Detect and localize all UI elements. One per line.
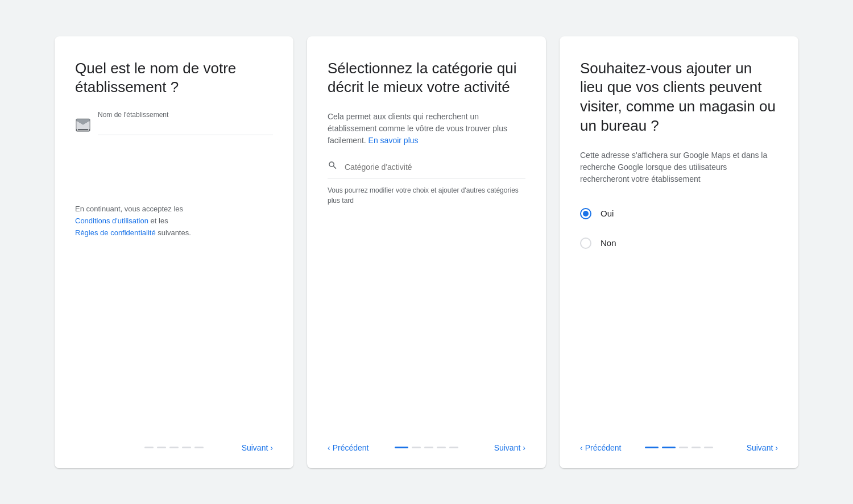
card3-next-button[interactable]: Suivant › — [747, 443, 778, 452]
card-category: Sélectionnez la catégorie qui décrit le … — [307, 36, 546, 468]
card-business-name: Quel est le nom de votre établissement ?… — [55, 36, 293, 468]
dot-3 — [169, 447, 179, 448]
dot-active-1 — [395, 447, 408, 448]
business-name-input[interactable] — [98, 121, 273, 135]
card2-next-button[interactable]: Suivant › — [494, 443, 525, 452]
radio-no-label: Non — [601, 238, 616, 248]
dot-inactive-2 — [424, 447, 433, 448]
card2-learn-more[interactable]: En savoir plus — [368, 136, 419, 145]
card1-dots — [144, 447, 204, 448]
card1-title: Quel est le nom de votre établissement ? — [75, 59, 273, 98]
dot-4 — [182, 447, 191, 448]
dot-1 — [144, 447, 154, 448]
dot-inactive-1 — [412, 447, 421, 448]
privacy-link[interactable]: Règles de confidentialité — [75, 228, 156, 237]
terms-link[interactable]: Conditions d'utilisation — [75, 216, 148, 225]
business-name-label: Nom de l'établissement — [98, 111, 273, 119]
card3-description: Cette adresse s'affichera sur Google Map… — [580, 149, 778, 185]
dot-i1 — [679, 447, 688, 448]
dot-2 — [157, 447, 166, 448]
location-radio-group: Oui Non — [580, 199, 778, 258]
card3-dots — [645, 447, 713, 448]
dot-i3 — [704, 447, 713, 448]
card3-title: Souhaitez-vous ajouter un lieu que vos c… — [580, 59, 778, 136]
radio-option-yes[interactable]: Oui — [580, 199, 778, 228]
dot-a1 — [645, 447, 659, 448]
radio-no-circle — [580, 238, 591, 249]
card3-prev-button[interactable]: ‹ Précédent — [580, 443, 622, 452]
dot-a2 — [662, 447, 676, 448]
terms-text: En continuant, vous acceptez les Conditi… — [75, 203, 273, 239]
radio-option-no[interactable]: Non — [580, 228, 778, 258]
dot-5 — [194, 447, 204, 448]
card2-description: Cela permet aux clients qui recherchent … — [328, 111, 525, 147]
card2-dots — [395, 447, 458, 448]
radio-yes-label: Oui — [601, 209, 614, 218]
card3-footer: ‹ Précédent Suivant › — [580, 432, 778, 452]
category-search-group — [328, 160, 525, 178]
category-search-hint: Vous pourrez modifier votre choix et ajo… — [328, 185, 525, 206]
radio-yes-circle — [580, 208, 591, 219]
store-icon — [75, 117, 91, 133]
card-location: Souhaitez-vous ajouter un lieu que vos c… — [560, 36, 798, 468]
dot-inactive-4 — [449, 447, 458, 448]
search-icon — [328, 160, 338, 173]
category-search-input[interactable] — [345, 163, 525, 172]
card2-footer: ‹ Précédent Suivant › — [328, 432, 525, 452]
card2-prev-button[interactable]: ‹ Précédent — [328, 443, 369, 452]
card1-next-button[interactable]: Suivant › — [242, 443, 273, 452]
card2-title: Sélectionnez la catégorie qui décrit le … — [328, 59, 525, 98]
dot-inactive-3 — [437, 447, 446, 448]
card1-footer: Suivant › — [75, 432, 273, 452]
dot-i2 — [691, 447, 701, 448]
